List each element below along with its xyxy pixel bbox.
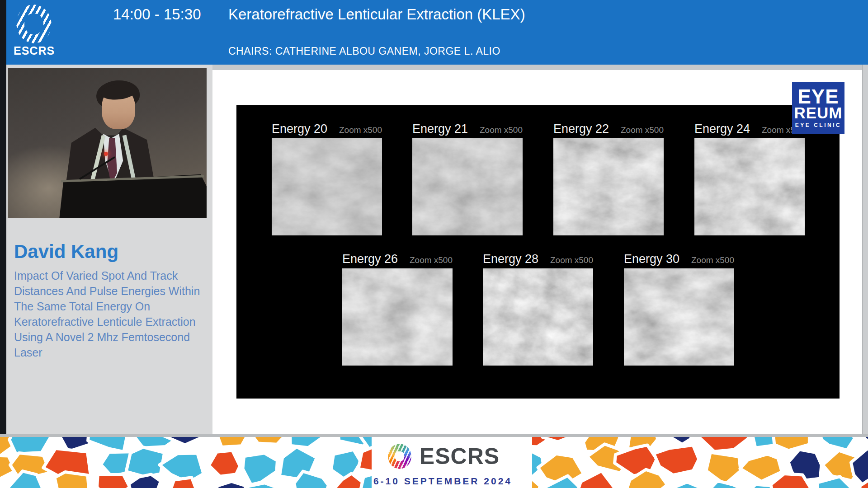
energy-label: Energy 28 [483,252,538,266]
energy-label: Energy 20 [272,122,327,136]
session-chairs: CHAIRS: CATHERINE ALBOU GANEM, JORGE L. … [228,45,500,57]
sem-tile-energy-28: Energy 28Zoom x500 [483,252,593,366]
slide-area: Energy 20Zoom x500 Energy 21Zoom x500 En… [212,65,868,434]
sem-tile-energy-21: Energy 21Zoom x500 [412,122,523,235]
zoom-label: Zoom x500 [480,125,523,135]
sem-image [272,138,382,235]
zoom-label: Zoom x500 [410,255,453,265]
speaker-name: David Kang [14,241,118,263]
energy-label: Energy 30 [624,252,679,266]
sem-image [483,268,593,366]
speaker-video[interactable] [8,68,207,218]
sem-image [624,268,734,366]
right-edge-strip [862,65,868,434]
mosaic-pattern-left [0,437,372,488]
speaker-sidebar: David Kang Impact Of Varied Spot And Tra… [6,65,212,434]
session-header: ESCRS 14:00 - 15:30 Keratorefractive Len… [0,0,868,65]
sem-tile-energy-30: Energy 30Zoom x500 [624,252,734,366]
session-time: 14:00 - 15:30 [113,6,201,23]
sem-image [694,138,805,235]
sem-tile-energy-20: Energy 20Zoom x500 [272,122,382,235]
sem-image [342,268,453,366]
energy-label: Energy 26 [342,252,398,266]
sem-tile-energy-24: Energy 24Zoom x500 [694,122,805,235]
presentation-slide: Energy 20Zoom x500 Energy 21Zoom x500 En… [236,105,840,399]
conference-footer: ESCRS 6-10 SEPTEMBER 2024 [0,434,868,488]
sem-image [412,138,523,235]
escrs-logo-text: ESCRS [14,44,54,57]
energy-label: Energy 24 [694,122,750,136]
sem-image [553,138,664,235]
eyereum-line1: EYE [797,88,839,105]
eyereum-line2: REUM [794,105,842,121]
footer-brand: ESCRS [363,443,524,469]
sem-tile-energy-22: Energy 22Zoom x500 [553,122,664,235]
energy-label: Energy 21 [412,122,468,136]
zoom-label: Zoom x500 [339,125,382,135]
livestream-page: ESCRS 14:00 - 15:30 Keratorefractive Len… [0,0,868,488]
escrs-header-logo: ESCRS [14,5,54,57]
escrs-swirl-icon [14,3,54,45]
escrs-rainbow-icon [388,444,411,469]
header-shadow [212,65,868,70]
microphone-light [104,152,108,156]
footer-brand-text: ESCRS [420,443,500,469]
energy-label: Energy 22 [553,122,609,136]
eyereum-line3: EYE CLINIC [795,122,841,128]
mosaic-pattern-right [532,437,868,488]
footer-dates: 6-10 SEPTEMBER 2024 [363,476,523,487]
zoom-label: Zoom x500 [550,255,593,265]
eyereum-clinic-logo: EYE REUM EYE CLINIC [792,82,844,134]
sem-tile-energy-26: Energy 26Zoom x500 [342,252,453,366]
talk-title: Impact Of Varied Spot And Track Distance… [14,268,210,360]
zoom-label: Zoom x500 [691,255,734,265]
session-title: Keratorefractive Lenticular Extraction (… [228,6,525,23]
left-edge-strip [0,0,6,434]
zoom-label: Zoom x500 [621,125,664,135]
